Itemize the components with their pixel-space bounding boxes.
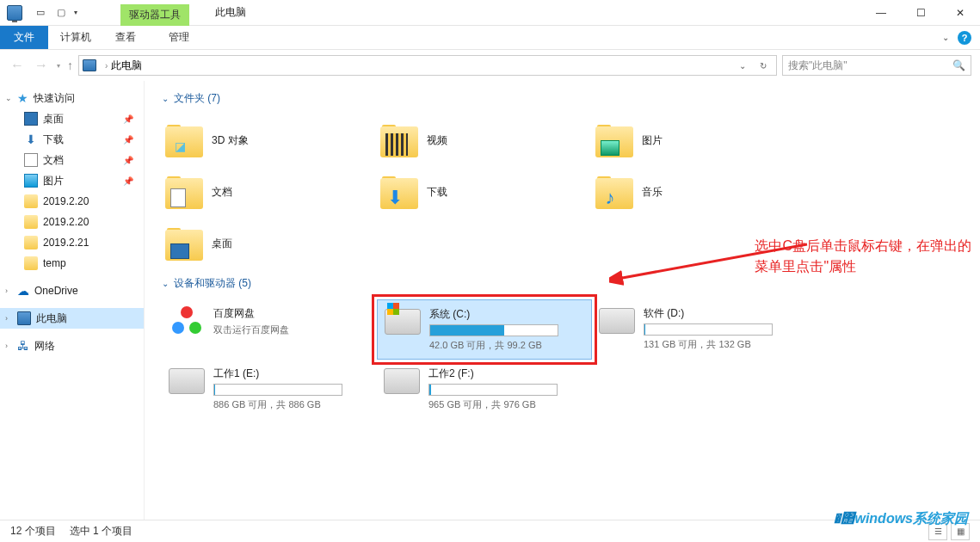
device-drive-f[interactable]: 工作2 (F:)965 GB 可用，共 976 GB xyxy=(377,360,592,418)
sidebar-label: 文档 xyxy=(43,153,64,168)
nav-back-button[interactable]: ← xyxy=(9,56,26,75)
sidebar-label: 网络 xyxy=(34,339,55,354)
folder-documents[interactable]: 文档 xyxy=(162,166,377,218)
device-sub: 965 GB 可用，共 976 GB xyxy=(428,398,585,411)
address-bar[interactable]: › 此电脑 ⌄ ↻ xyxy=(78,55,777,76)
chevron-right-icon[interactable]: › xyxy=(5,342,8,350)
sidebar-label: 2019.2.21 xyxy=(43,237,89,249)
drive-icon xyxy=(169,368,205,394)
status-selected-count: 选中 1 个项目 xyxy=(70,524,133,539)
ribbon-file-tab[interactable]: 文件 xyxy=(0,26,48,49)
pin-icon: 📌 xyxy=(123,156,133,165)
annotation-line: 选中C盘后单击鼠标右键，在弹出的 xyxy=(755,236,971,256)
ribbon-view-tab[interactable]: 查看 xyxy=(103,26,148,49)
storage-bar xyxy=(429,324,558,336)
nav-forward-button[interactable]: → xyxy=(33,56,50,75)
chevron-down-icon[interactable]: ⌄ xyxy=(5,94,12,102)
device-name: 软件 (D:) xyxy=(644,306,800,321)
sidebar-item-folder[interactable]: temp xyxy=(0,253,144,274)
storage-bar xyxy=(644,323,773,336)
music-note-icon: ♪ xyxy=(601,188,619,207)
section-devices-header[interactable]: ⌄ 设备和驱动器 (5) xyxy=(162,276,963,291)
sidebar-quick-access[interactable]: ⌄ ★ 快速访问 xyxy=(0,88,144,108)
pin-icon: 📌 xyxy=(123,135,133,145)
film-icon xyxy=(385,133,408,156)
sidebar-label: 2019.2.20 xyxy=(43,216,89,228)
folder-label: 桌面 xyxy=(212,237,232,251)
this-pc-icon xyxy=(83,59,96,71)
content-area: ⌄ 文件夹 (7) ◪3D 对象 视频 图片 文档 ⬇下载 ♪音乐 桌面 ⌄ 设… xyxy=(145,81,980,520)
image-icon xyxy=(601,140,619,156)
device-drive-c[interactable]: 系统 (C:)42.0 GB 可用，共 99.2 GB xyxy=(377,299,592,360)
ribbon-collapse-icon[interactable]: ⌄ xyxy=(942,33,949,42)
folder-desktop[interactable]: 桌面 xyxy=(162,218,377,269)
folder-music[interactable]: ♪音乐 xyxy=(592,166,807,218)
navbar: ← → ▾ ↑ › 此电脑 ⌄ ↻ 搜索"此电脑" 🔍 xyxy=(0,50,980,81)
sidebar-item-folder[interactable]: 2019.2.21 xyxy=(0,232,144,253)
document-icon xyxy=(24,153,38,167)
qat-properties[interactable]: ▭ xyxy=(33,5,48,21)
search-input[interactable]: 搜索"此电脑" 🔍 xyxy=(782,55,971,76)
sidebar-item-pictures[interactable]: 图片📌 xyxy=(0,170,144,191)
sidebar-label: 下载 xyxy=(43,132,64,147)
sidebar-item-documents[interactable]: 文档📌 xyxy=(0,150,144,170)
desktop-icon xyxy=(170,243,189,259)
qat-new-folder[interactable]: ▢ xyxy=(53,5,69,21)
folder-icon xyxy=(24,215,38,229)
sidebar-item-desktop[interactable]: 桌面📌 xyxy=(0,108,144,129)
help-icon[interactable]: ? xyxy=(958,31,971,45)
section-folders-header[interactable]: ⌄ 文件夹 (7) xyxy=(162,91,963,106)
sidebar-label: 图片 xyxy=(43,174,64,188)
app-icon xyxy=(7,5,22,21)
document-icon xyxy=(170,188,186,207)
folder-video[interactable]: 视频 xyxy=(377,114,592,166)
section-title: 设备和驱动器 (5) xyxy=(174,276,251,291)
contextual-tab-driver-tools[interactable]: 驱动器工具 xyxy=(120,4,189,26)
chevron-right-icon[interactable]: › xyxy=(5,286,8,295)
sidebar-item-downloads[interactable]: ⬇下载📌 xyxy=(0,129,144,150)
ribbon-computer-tab[interactable]: 计算机 xyxy=(48,26,103,49)
sidebar-item-folder[interactable]: 2019.2.20 xyxy=(0,212,144,232)
sidebar-item-folder[interactable]: 2019.2.20 xyxy=(0,191,144,212)
annotation-text: 选中C盘后单击鼠标右键，在弹出的 菜单里点击"属性 xyxy=(755,236,971,277)
device-baidu-netdisk[interactable]: 百度网盘双击运行百度网盘 xyxy=(162,299,377,360)
minimize-button[interactable]: — xyxy=(861,0,901,26)
sidebar-onedrive[interactable]: ›☁OneDrive xyxy=(0,280,144,301)
search-icon: 🔍 xyxy=(952,59,965,71)
sidebar-label: temp xyxy=(43,257,66,269)
refresh-button[interactable]: ↻ xyxy=(754,56,773,75)
search-placeholder: 搜索"此电脑" xyxy=(788,59,847,73)
device-drive-d[interactable]: 软件 (D:)131 GB 可用，共 132 GB xyxy=(592,299,807,360)
pin-icon: 📌 xyxy=(123,114,133,124)
device-sub: 131 GB 可用，共 132 GB xyxy=(644,338,800,351)
storage-bar xyxy=(428,384,558,396)
close-button[interactable]: ✕ xyxy=(940,0,980,26)
breadcrumb-location[interactable]: 此电脑 xyxy=(111,59,142,73)
status-item-count: 12 个项目 xyxy=(10,524,56,539)
sidebar-label: 桌面 xyxy=(43,112,64,126)
folder-3d-objects[interactable]: ◪3D 对象 xyxy=(162,114,377,166)
address-dropdown[interactable]: ⌄ xyxy=(733,56,752,75)
ribbon-manage-tab[interactable]: 管理 xyxy=(157,26,201,49)
sidebar-network[interactable]: ›🖧网络 xyxy=(0,336,144,356)
sidebar-this-pc[interactable]: ›此电脑 xyxy=(0,308,144,329)
maximize-button[interactable]: ☐ xyxy=(901,0,940,26)
device-name: 系统 (C:) xyxy=(429,307,584,322)
onedrive-icon: ☁ xyxy=(17,284,29,298)
folder-icon xyxy=(24,236,38,249)
qat-dropdown[interactable]: ▾ xyxy=(74,9,77,16)
folder-label: 下载 xyxy=(427,185,447,200)
chevron-right-icon[interactable]: › xyxy=(5,314,8,323)
baidu-icon xyxy=(172,306,201,336)
device-drive-e[interactable]: 工作1 (E:)886 GB 可用，共 886 GB xyxy=(162,360,377,418)
nav-history-dropdown[interactable]: ▾ xyxy=(57,62,60,70)
folder-downloads[interactable]: ⬇下载 xyxy=(377,166,592,218)
statusbar: 12 个项目 选中 1 个项目 ☰ ▦ xyxy=(0,520,980,542)
drive-icon xyxy=(599,308,635,334)
this-pc-icon xyxy=(17,311,31,325)
sidebar-label: 2019.2.20 xyxy=(43,195,89,207)
folder-label: 图片 xyxy=(642,133,663,148)
device-name: 百度网盘 xyxy=(213,306,370,321)
nav-up-button[interactable]: ↑ xyxy=(67,59,73,72)
folder-pictures[interactable]: 图片 xyxy=(592,114,807,166)
